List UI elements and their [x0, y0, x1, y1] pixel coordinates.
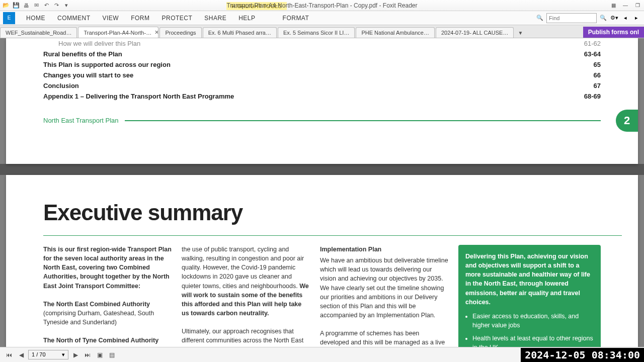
tab-protect[interactable]: PROTECT	[156, 11, 199, 25]
box-lead: Delivering this Plan, achieving our visi…	[465, 253, 590, 306]
ribbon: E HOME COMMENT VIEW FORM PROTECT SHARE H…	[0, 11, 644, 25]
tab-comment[interactable]: COMMENT	[51, 11, 97, 25]
title-bar: 📂 💾 🖶 ✉ ↶ ↷ ▾ HIGHLIGHT TOOLS Transport-…	[0, 0, 644, 11]
find-prev-icon[interactable]: ◂	[621, 14, 630, 23]
window-title: Transport-Plan-A4-North-East-Transport-P…	[226, 2, 417, 9]
file-button[interactable]: E	[3, 12, 15, 24]
find-next-icon[interactable]: ▸	[632, 14, 641, 23]
ribbon-options-icon[interactable]: ▦	[609, 2, 618, 9]
doc-tab-label: WEF_Sustainable_Road…	[6, 30, 71, 36]
redo-icon[interactable]: ↷	[52, 2, 60, 10]
doc-tab-label: 2024-07-19- ALL CAUSE…	[441, 30, 509, 36]
open-icon[interactable]: 📂	[2, 2, 10, 10]
toc-title: How we will deliver this Plan	[43, 40, 571, 47]
doc-tab[interactable]: PHE National Ambulance…	[356, 27, 435, 38]
tab-form[interactable]: FORM	[125, 11, 155, 25]
toc-row: Conclusion67	[43, 80, 601, 91]
doc-tab[interactable]: Ex. 5 Seimans Sicor II LI…	[278, 27, 355, 38]
section-rule	[43, 235, 622, 236]
tab-share[interactable]: SHARE	[198, 11, 232, 25]
tabs-overflow-icon[interactable]: ▼	[515, 28, 526, 38]
close-icon[interactable]: ✕	[154, 29, 158, 36]
toc-title: Rural benefits of the Plan	[43, 50, 571, 58]
toc-row: How we will deliver this Plan61-62	[43, 38, 601, 49]
prev-page-button[interactable]: ◀	[16, 350, 26, 360]
list-item: Easier access to education, skills, and …	[472, 312, 594, 330]
document-tabs: WEF_Sustainable_Road… Transport-Plan-A4-…	[0, 25, 644, 38]
authority-name: The North of Tyne Combined Authority	[43, 337, 158, 344]
highlight-box: Delivering this Plan, achieving our visi…	[458, 245, 601, 347]
body-text: Ultimately, our approach recognises that…	[182, 327, 310, 347]
minimize-icon[interactable]: —	[621, 2, 630, 9]
doc-tab[interactable]: Transport-Plan-A4-North-…✕	[78, 27, 158, 38]
last-page-button[interactable]: ⏭	[83, 350, 93, 360]
body-text: We have an ambitious but deliverable tim…	[320, 256, 448, 320]
pdf-page: How we will deliver this Plan61-62 Rural…	[6, 38, 638, 164]
page-count: 1 / 70	[32, 351, 46, 358]
authority-sub: (comprising Durham, Gateshead, South Tyn…	[43, 309, 172, 327]
toc-row: This Plan is supported across our region…	[43, 59, 601, 70]
maximize-icon[interactable]: ❐	[633, 2, 642, 9]
doc-tab-label: Proceedings	[165, 30, 196, 36]
doc-tab[interactable]: WEF_Sustainable_Road…	[0, 27, 77, 38]
column-3: Implementation Plan We have an ambitious…	[320, 245, 448, 347]
subheading: Implementation Plan	[320, 245, 448, 254]
undo-icon[interactable]: ↶	[42, 2, 50, 10]
doc-tab[interactable]: Proceedings	[159, 27, 201, 38]
tab-help[interactable]: HELP	[232, 11, 261, 25]
toc-row: Rural benefits of the Plan63-64	[43, 49, 601, 59]
page-indicator[interactable]: 1 / 70▾	[28, 350, 68, 359]
footer-rule	[125, 120, 601, 121]
save-icon[interactable]: 💾	[12, 2, 20, 10]
footer-label: North East Transport Plan	[43, 117, 119, 124]
qat-dropdown-icon[interactable]: ▾	[62, 2, 70, 10]
page-number-badge: 2	[616, 110, 638, 132]
list-item: Health levels at least equal to other re…	[472, 334, 594, 347]
link-icon[interactable]: ▤	[107, 350, 117, 360]
toc-pages: 68-69	[571, 93, 601, 100]
publish-banner[interactable]: Publish forms onl	[583, 27, 644, 38]
page-gap	[0, 164, 644, 175]
toc-title: This Plan is supported across our region	[43, 61, 571, 68]
find-settings-icon[interactable]: ⚙▾	[610, 14, 619, 23]
tab-format[interactable]: FORMAT	[277, 11, 315, 25]
toc-pages: 65	[571, 61, 601, 68]
document-viewer[interactable]: How we will deliver this Plan61-62 Rural…	[0, 38, 644, 347]
toc-title: Changes you will start to see	[43, 71, 571, 79]
quick-access-toolbar: 📂 💾 🖶 ✉ ↶ ↷ ▾	[2, 2, 70, 10]
column-1: This is our first region-wide Transport …	[43, 245, 172, 347]
toc-pages: 63-64	[571, 50, 601, 58]
print-icon[interactable]: 🖶	[22, 2, 30, 10]
timestamp-overlay: 2024-12-05 08:34:00	[521, 348, 644, 362]
intro-bold: This is our first region-wide Transport …	[43, 246, 172, 290]
body-text: the use of public transport, cycling and…	[182, 246, 304, 290]
columns: This is our first region-wide Transport …	[43, 245, 601, 347]
toc-row: Appendix 1 – Delivering the Transport No…	[43, 91, 601, 102]
find-go-icon[interactable]: 🔍	[599, 14, 608, 23]
tab-view[interactable]: VIEW	[97, 11, 125, 25]
pdf-page: Executive summary This is our first regi…	[6, 175, 638, 347]
doc-tab-label: PHE National Ambulance…	[361, 30, 429, 36]
first-page-button[interactable]: ⏮	[4, 350, 14, 360]
chevron-down-icon: ▾	[62, 351, 65, 358]
toc-title: Appendix 1 – Delivering the Transport No…	[43, 93, 571, 100]
toc-pages: 67	[571, 82, 601, 89]
snapshot-icon[interactable]: ▣	[95, 350, 105, 360]
authority-name: The North East Combined Authority	[43, 301, 150, 308]
search-icon[interactable]: 🔍	[535, 14, 544, 23]
next-page-button[interactable]: ▶	[70, 350, 80, 360]
find-box: 🔍 🔍 ⚙▾ ◂ ▸	[535, 13, 641, 23]
body-text: A programme of schemes has been develope…	[320, 329, 448, 347]
email-icon[interactable]: ✉	[32, 2, 40, 10]
doc-tab[interactable]: 2024-07-19- ALL CAUSE…	[436, 27, 514, 38]
toc-title: Conclusion	[43, 82, 571, 89]
doc-tab[interactable]: Ex. 6 Multi Phased arra…	[203, 27, 277, 38]
tab-home[interactable]: HOME	[20, 11, 51, 25]
toc-pages: 61-62	[571, 40, 601, 47]
page-footer: North East Transport Plan 2	[43, 117, 601, 124]
doc-tab-label: Ex. 6 Multi Phased arra…	[208, 30, 271, 36]
toc-row: Changes you will start to see66	[43, 70, 601, 80]
find-input[interactable]	[546, 13, 597, 23]
page-nav: ⏮ ◀ 1 / 70▾ ▶ ⏭ ▣ ▤	[4, 350, 117, 360]
doc-tab-label: Transport-Plan-A4-North-…	[84, 30, 151, 36]
